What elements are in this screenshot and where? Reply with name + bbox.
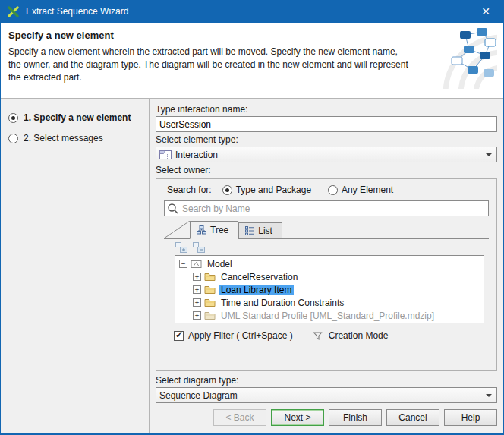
owner-label: Select owner: [156,165,497,175]
creation-mode-label: Creation Mode [329,330,389,341]
dialog-buttons: < Back Next > Finish Cancel Help [156,409,497,426]
extract-sequence-wizard-dialog: Extract Sequence Wizard ✕ Specify a new … [0,0,504,435]
search-field-wrap [164,200,489,216]
tab-tree[interactable]: Tree [190,221,238,239]
tab-tree-label: Tree [210,225,228,235]
tree-toolbar [175,241,489,254]
step1-label: 1. Specify a new element [24,112,131,123]
app-icon [7,5,20,18]
type-and-package-label: Type and Package [236,184,311,195]
diagram-type-label: Select diagram type: [156,375,497,386]
chevron-down-icon [484,391,494,400]
search-icon [167,203,179,217]
creation-mode-toggle[interactable]: Creation Mode [313,330,389,341]
tree-node-label[interactable]: Loan Library Item [219,285,294,295]
wizard-header: Specify a new element Specify a new elem… [1,23,503,99]
tree-node-label[interactable]: Time and Duration Constraints [219,298,346,308]
expand-icon[interactable]: + [193,273,201,281]
package-icon [204,298,216,307]
step-select-messages[interactable]: 2. Select messages [8,133,149,143]
tree-node-loan-library-item[interactable]: + Loan Library Item [175,283,484,296]
wizard-steps-panel: 1. Specify a new element 2. Select messa… [1,99,150,433]
collapse-icon[interactable]: − [179,260,187,268]
chevron-down-icon [484,150,494,159]
tree-node-label[interactable]: CancelReservation [219,272,300,282]
search-option-any-element[interactable]: Any Element [328,184,393,195]
package-icon [204,285,216,295]
diagram-type-value: Sequence Diagram [159,390,480,401]
element-type-label: Select element type: [156,134,497,145]
expand-all-icon[interactable] [175,241,188,254]
search-for-label: Search for: [167,184,212,195]
help-button[interactable]: Help [444,409,497,426]
interaction-name-label: Type interaction name: [156,104,497,115]
tree-node-uml-standard-profile[interactable]: + UML Standard Profile [UML_Standard_Pro… [175,309,484,322]
finish-button[interactable]: Finish [329,409,382,426]
tab-list[interactable]: List [238,222,282,238]
dialog-body: 1. Specify a new element 2. Select messa… [1,99,503,433]
tree-node-label[interactable]: Model [205,259,235,270]
search-for-row: Search for: Type and Package Any Element [167,184,489,195]
tab-lead-slant [164,221,190,238]
any-element-label: Any Element [342,184,393,195]
interaction-icon [159,150,172,159]
filter-funnel-icon [313,331,323,341]
step-specify-new-element[interactable]: 1. Specify a new element [8,112,149,123]
step2-radio[interactable] [8,134,18,143]
apply-filter-checkbox[interactable]: ✓ [174,331,184,341]
expand-icon[interactable]: + [193,285,201,294]
element-type-value: Interaction [175,150,480,160]
element-type-dropdown[interactable]: Interaction [156,147,497,162]
diagram-type-dropdown[interactable]: Sequence Diagram [156,387,497,403]
step1-radio[interactable] [8,113,18,123]
interaction-name-input[interactable] [156,116,497,132]
apply-filter-label[interactable]: Apply Filter ( Ctrl+Space ) [188,330,293,341]
type-and-package-radio[interactable] [222,185,232,195]
expand-icon[interactable]: + [193,298,201,307]
list-tab-icon [245,226,254,235]
tree-node-model[interactable]: − Model [175,257,484,270]
page-description: Specify a new element wherein the extrac… [8,46,409,84]
window-title: Extract Sequence Wizard [26,6,468,17]
tree-node-label[interactable]: UML Standard Profile [UML_Standard_Profi… [219,310,436,321]
tree-list-tabs: Tree [164,220,489,239]
tab-list-label: List [258,225,272,236]
owner-groupbox: Search for: Type and Package Any Element [156,178,497,371]
tree-tab-icon [197,225,206,235]
model-icon [191,260,202,269]
expand-icon[interactable]: + [193,311,201,320]
search-input[interactable] [164,200,489,216]
filter-row: ✓ Apply Filter ( Ctrl+Space ) Creation M… [174,330,489,341]
cancel-button[interactable]: Cancel [386,409,439,426]
close-icon[interactable]: ✕ [468,0,503,23]
collapse-all-icon[interactable] [192,241,206,254]
titlebar[interactable]: Extract Sequence Wizard ✕ [1,0,503,23]
any-element-radio[interactable] [328,185,338,195]
back-button[interactable]: < Back [213,409,266,426]
step2-label: 2. Select messages [24,133,103,143]
tree-node-cancelreservation[interactable]: + CancelReservation [175,270,484,283]
owner-tree[interactable]: − Model + [175,255,484,323]
check-icon: ✓ [175,329,183,340]
tree-node-time-and-duration-constraints[interactable]: + Time and Duration Constraints [175,296,484,309]
next-button[interactable]: Next > [271,409,324,426]
package-icon [204,273,216,282]
package-icon [204,311,216,320]
wizard-content: Type interaction name: Select element ty… [150,99,503,433]
search-option-type-and-package[interactable]: Type and Package [222,184,311,195]
wizard-decoration-image [417,27,497,91]
